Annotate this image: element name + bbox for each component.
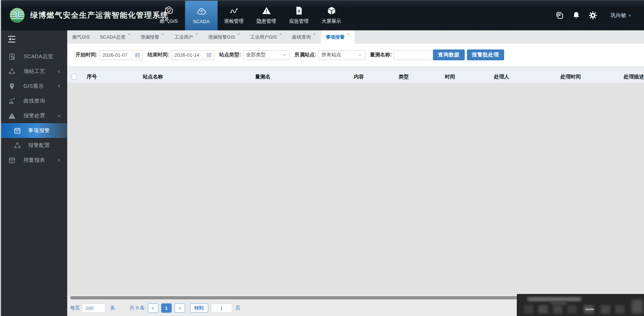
brand: 绿博燃气安全生产运营智能化管理系统 [9,0,169,30]
tab-curve-query[interactable]: 曲线查询 × [287,30,321,44]
column-header: 量测名 [251,74,349,80]
user-name: 巩向敏 [611,12,627,19]
next-page-button[interactable]: > [175,303,185,313]
tab-gas-gis[interactable]: 燃气GIS [67,30,95,44]
warning-triangle-icon [262,6,271,16]
nav-item-scada[interactable]: S SCADA [185,0,218,30]
map-pin-nav-icon [164,6,174,16]
redacted-blob [528,297,581,301]
tab-scada-overview[interactable]: SCADA总览 × [95,30,135,44]
table-body-empty [67,83,644,295]
close-icon[interactable]: × [279,31,282,37]
company-logo-icon [9,7,26,24]
page-unit-label: 页 [236,305,241,311]
calendar-icon[interactable] [206,52,212,58]
column-header: 时间 [441,74,490,80]
station-type-select[interactable]: 全部类型 [243,50,290,60]
redacted-blob [567,305,577,313]
app-header: 绿博燃气安全生产运营智能化管理系统 燃气GIS S SCADA 巡检管理 [0,0,644,30]
tab-leak-alarm[interactable]: 泄漏报警 × [136,30,169,44]
measure-name-input[interactable] [394,50,438,60]
measure-name-label: 量测名称: [370,52,392,58]
table-header-row: 序号 站点名称 量测名 内容 类型 时间 处理人 处理时间 处理描述 [67,71,644,83]
station-select[interactable]: 所有站点 [318,50,365,60]
station-value: 所有站点 [322,52,341,58]
tab-industrial-user-gis[interactable]: 工业用户GIS × [245,30,287,44]
calendar-icon[interactable] [134,52,141,58]
doc-bolt-icon [294,6,304,16]
nav-item-hazard[interactable]: 隐患管理 [250,0,283,30]
per-page-label: 每页 [70,305,80,311]
sidebar-item-alarm-config[interactable]: 报警配置 [0,138,67,153]
close-icon[interactable]: × [128,31,130,37]
end-date-input[interactable]: 2026-01-14 [171,50,214,60]
close-icon[interactable]: × [195,31,198,37]
app-root: 绿博燃气安全生产运营智能化管理系统 燃气GIS S SCADA 巡检管理 [0,0,644,316]
chevron-down-icon [56,113,62,118]
redacted-blob [615,305,624,313]
end-time-label: 结束时间: [147,52,169,58]
select-all-cell [67,74,82,79]
query-data-button[interactable]: 查询数据 [433,49,465,60]
per-page-input[interactable] [82,304,105,312]
sidebar-menu: SCADA总览 场站工艺 GIS展示 曲线查询 [0,49,67,168]
page-1-button[interactable]: 1 [161,303,172,313]
share-nodes-icon [8,68,16,75]
station-type-value: 全部类型 [246,52,266,58]
gear-icon[interactable] [588,11,597,20]
sidebar-item-event-alarm[interactable]: 事项报警 [0,123,67,138]
nav-item-emergency[interactable]: 应急管理 [283,0,315,30]
nav-item-gas-gis[interactable]: 燃气GIS [153,0,185,30]
nav-item-inspection[interactable]: 巡检管理 [218,0,250,30]
window-edge-left [0,0,1,316]
start-time-label: 开始时间: [76,52,98,58]
window-stack-icon[interactable] [555,11,564,20]
goto-page-input[interactable] [211,304,232,312]
sidebar-collapse-button[interactable] [7,34,17,44]
sidebar: SCADA总览 场站工艺 GIS展示 曲线查询 [0,30,67,316]
redacted-blob [524,305,533,313]
sidebar-item-usage-report[interactable]: 用量报表 [0,153,67,168]
sidebar-item-station-process[interactable]: 场站工艺 [0,64,67,79]
cube-icon [327,6,336,16]
calendar-icon [8,156,16,164]
filter-buttons: 查询数据 报警批处理 [433,49,504,60]
close-icon[interactable]: × [313,31,316,37]
close-icon[interactable]: × [162,31,164,37]
sidebar-item-scada-overview[interactable]: SCADA总览 [0,49,67,64]
per-page-unit: 条 [110,305,115,311]
close-icon[interactable]: × [237,31,240,37]
close-icon[interactable]: × [347,31,350,37]
column-header: 处理时间 [556,74,619,80]
goto-page-button[interactable]: 转到 [190,303,208,313]
select-all-checkbox[interactable] [72,74,77,79]
nav-item-big-screen[interactable]: 大屏展示 [315,0,348,30]
chevron-down-icon [357,52,362,57]
start-date-input[interactable]: 2026-01-07 [99,50,143,60]
sidebar-item-gis-display[interactable]: GIS展示 [0,79,67,94]
bell-icon[interactable] [572,11,581,20]
sidebar-item-curve-query[interactable]: 曲线查询 [0,94,67,108]
tab-leak-alarm-gis[interactable]: 泄漏报警GIS × [203,30,245,44]
column-header: 内容 [349,74,394,80]
user-menu[interactable]: 巩向敏 ▼ [611,12,632,19]
chevron-down-icon [282,52,287,57]
window-edge-top [0,0,644,1]
column-header: 处理描述 [619,74,644,80]
sidebar-item-alarm-handling[interactable]: 报警处置 [0,108,67,123]
tab-event-alarm[interactable]: 事项报警 × [321,30,355,44]
tab-industrial-user[interactable]: 工业用户 × [169,30,203,44]
alarm-batch-button[interactable]: 报警批处理 [467,49,504,60]
redacted-blob [585,309,594,310]
prev-page-button[interactable]: < [148,303,158,313]
calendar-icon [13,127,21,135]
column-header: 类型 [394,74,441,80]
main-content: 燃气GIS SCADA总览 × 泄漏报警 × 工业用户 × [67,30,644,316]
chevron-left-icon [56,157,62,163]
column-header: 站点名称 [138,74,251,80]
start-date-value: 2026-01-07 [103,52,128,58]
station-label: 所属站点: [295,52,317,58]
end-date-value: 2026-01-14 [174,52,199,58]
chart-trend-icon [8,97,16,105]
station-type-label: 站点类型: [219,52,241,58]
